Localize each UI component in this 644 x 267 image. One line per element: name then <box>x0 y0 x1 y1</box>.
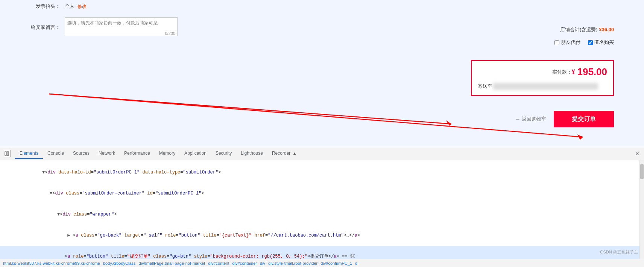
seller-message-wrapper: 0/200 <box>65 17 178 37</box>
svg-rect-5 <box>7 152 9 155</box>
back-to-cart-link[interactable]: ← 返回购物车 <box>515 116 546 122</box>
breadcrumb-item-body[interactable]: body.\$bodyClass <box>103 261 136 265</box>
invoice-row: 发票抬头： 个人 修改 <box>0 0 644 13</box>
scrollbar-thumb[interactable] <box>640 164 644 179</box>
code-line-3: ▼<div class="wrapper"> <box>0 204 639 225</box>
svg-line-0 <box>49 94 451 124</box>
svg-rect-4 <box>5 152 6 155</box>
code-line-2: ▼<div class="submitOrder-container" id="… <box>0 183 639 204</box>
seller-message-label: 给卖家留言： <box>30 24 60 31</box>
invoice-modify-link[interactable]: 修改 <box>77 3 87 10</box>
breadcrumb-item-content[interactable]: div#content <box>208 261 229 265</box>
devtools-scrollbar[interactable] <box>639 160 644 259</box>
tab-elements[interactable]: Elements <box>15 148 43 159</box>
svg-marker-1 <box>446 120 451 126</box>
code-line-1: ▼<div data-halo-id="submitOrderPC_1" dat… <box>0 162 639 183</box>
invoice-label: 发票抬头： <box>30 3 60 10</box>
devtools-elements-panel[interactable]: ▼<div data-halo-id="submitOrderPC_1" dat… <box>0 160 639 259</box>
csdn-watermark: CSDN @五包袜子主 <box>600 249 638 255</box>
friend-pay-checkbox[interactable] <box>554 40 559 45</box>
tab-application[interactable]: Application <box>180 148 211 159</box>
friend-pay-label[interactable]: 朋友代付 <box>554 39 580 46</box>
recorder-icon: ▲ <box>293 151 297 155</box>
payment-label: 实付款： <box>552 69 572 75</box>
shipping-address-blurred <box>493 83 598 90</box>
shop-total-price: ¥36.00 <box>599 27 614 32</box>
payment-amount-row: 实付款： ¥ 195.00 <box>472 61 613 81</box>
tab-recorder[interactable]: Recorder ▲ <box>267 148 301 159</box>
payment-amount: 195.00 <box>577 66 607 78</box>
shop-total-row: 店铺合计(含运费) ¥36.00 <box>554 23 614 37</box>
back-to-cart-label: 返回购物车 <box>522 116 546 122</box>
anonymous-buy-checkbox[interactable] <box>588 40 593 45</box>
breadcrumb-item-root-provider[interactable]: div.style-tmall.root-provider <box>268 261 317 265</box>
breadcrumb-item-div[interactable]: div <box>260 261 265 265</box>
char-count: 0/200 <box>165 31 175 36</box>
tab-sources[interactable]: Sources <box>68 148 94 159</box>
devtools-content: ▼<div data-halo-id="submitOrderPC_1" dat… <box>0 160 644 259</box>
tab-console[interactable]: Console <box>43 148 68 159</box>
page-wrapper: 发票抬头： 个人 修改 给卖家留言： 0/200 店铺合计(含运费) ¥36.0… <box>0 0 644 267</box>
payment-box: 实付款： ¥ 195.00 寄送至 <box>471 60 614 96</box>
action-buttons: ← 返回购物车 提交订单 <box>515 111 614 127</box>
seller-message-input[interactable] <box>65 17 178 36</box>
panel-icon <box>5 151 9 156</box>
tab-lighthouse[interactable]: Lighthouse <box>236 148 267 159</box>
submit-order-button[interactable]: 提交订单 <box>554 111 614 127</box>
code-line-4: ▶ <a class="go-back" target="_self" role… <box>0 225 639 246</box>
devtools-breadcrumb: html.ks-webkit537.ks-webkit.ks-chrome99.… <box>0 259 644 267</box>
shipping-label: 寄送至 <box>478 83 493 90</box>
svg-marker-3 <box>577 134 583 140</box>
anonymous-buy-label[interactable]: 匿名购买 <box>588 39 614 46</box>
tab-security[interactable]: Security <box>211 148 236 159</box>
devtools-panel-toggle[interactable] <box>3 150 11 157</box>
order-summary: 店铺合计(含运费) ¥36.00 朋友代付 匿名购买 <box>554 23 614 48</box>
devtools-panel: Elements Console Sources Network Perform… <box>0 147 644 267</box>
shipping-row: 寄送至 <box>472 81 613 95</box>
invoice-value: 个人 <box>65 3 74 10</box>
payment-currency: ¥ <box>572 69 575 75</box>
top-area: 发票抬头： 个人 修改 给卖家留言： 0/200 店铺合计(含运费) ¥36.0… <box>0 0 644 147</box>
breadcrumb-item-di[interactable]: di <box>355 261 358 265</box>
breadcrumb-item-container[interactable]: div#container <box>232 261 257 265</box>
back-arrow-icon: ← <box>515 116 520 122</box>
breadcrumb-item-mallpage[interactable]: div#mallPage.tmall-page-not-market <box>139 261 205 265</box>
breadcrumb-item-confirmpc[interactable]: div#confirmPC_1 <box>320 261 352 265</box>
collapse-triangle-4[interactable]: ▶ <box>67 233 70 238</box>
code-line-5-highlighted[interactable]: <a role="button" title="提交订单" class="go-… <box>0 246 639 259</box>
tab-memory[interactable]: Memory <box>155 148 180 159</box>
seller-message-row: 给卖家留言： 0/200 <box>0 14 644 40</box>
shop-total-label: 店铺合计(含运费) <box>560 27 598 32</box>
tab-network[interactable]: Network <box>94 148 120 159</box>
svg-line-2 <box>49 94 583 137</box>
breadcrumb-item-html[interactable]: html.ks-webkit537.ks-webkit.ks-chrome99.… <box>3 261 100 265</box>
options-row: 朋友代付 匿名购买 <box>554 37 614 48</box>
devtools-close-button[interactable]: ✕ <box>633 150 641 157</box>
tab-performance[interactable]: Performance <box>120 148 155 159</box>
devtools-toolbar: Elements Console Sources Network Perform… <box>0 147 644 160</box>
